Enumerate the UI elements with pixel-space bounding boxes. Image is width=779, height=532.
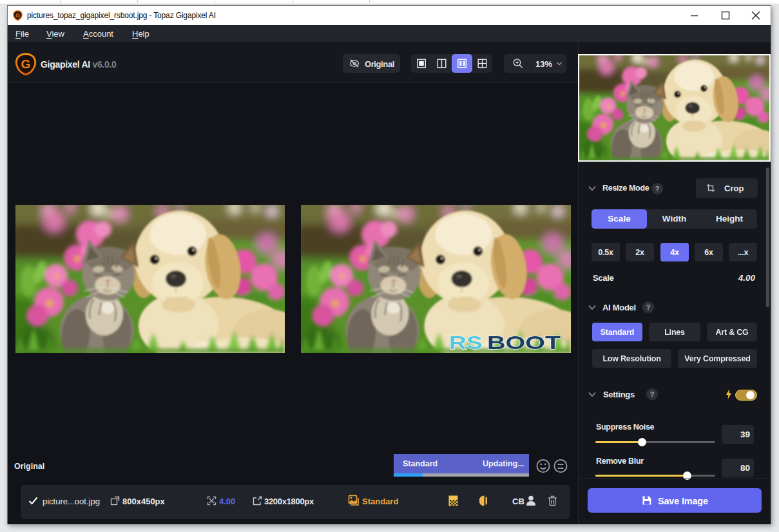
svg-text:G: G xyxy=(21,57,31,71)
svg-text:BOOT: BOOT xyxy=(487,332,561,353)
svg-text:RS: RS xyxy=(449,332,483,353)
svg-text:G: G xyxy=(15,12,20,19)
